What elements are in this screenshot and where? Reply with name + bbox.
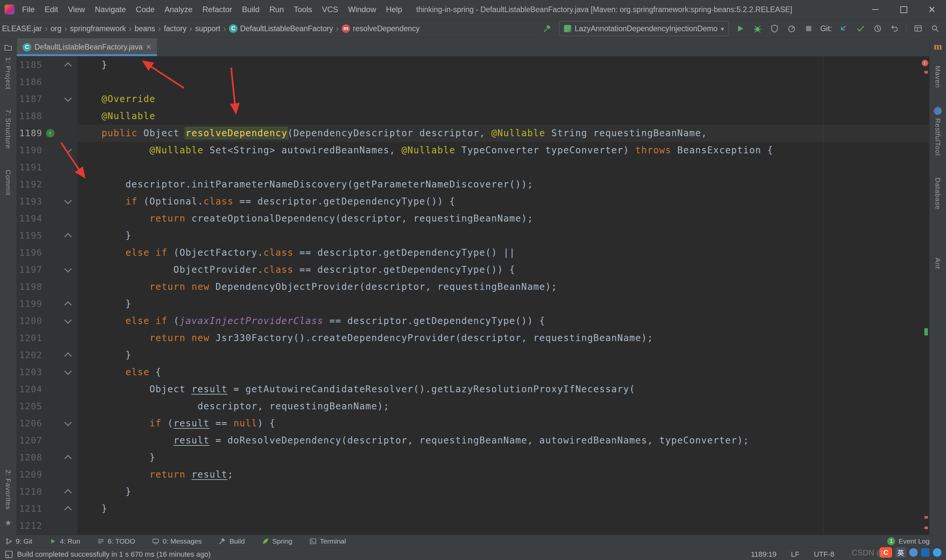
stop-button[interactable] <box>803 23 814 34</box>
close-button[interactable] <box>918 0 946 19</box>
line-number[interactable]: 1190 <box>17 142 42 159</box>
overriding-method-icon[interactable] <box>46 129 54 137</box>
error-stripe-mark[interactable] <box>924 526 928 529</box>
code-line[interactable]: 1196 else if (ObjectFactory.class == des… <box>17 244 929 261</box>
code-line[interactable]: 1190 @Nullable Set<String> autowiredBean… <box>17 142 929 159</box>
menu-analyze[interactable]: Analyze <box>160 0 197 19</box>
fold-marker-icon[interactable] <box>64 317 72 324</box>
caret-position-widget[interactable]: 1189:19 <box>751 550 777 559</box>
toolwindow-button-9-git[interactable]: 9: Git <box>5 537 32 545</box>
toolwindow-button-terminal[interactable]: Terminal <box>310 537 346 545</box>
line-number[interactable]: 1198 <box>17 278 42 295</box>
line-number[interactable]: 1191 <box>17 159 42 176</box>
profiler-button[interactable] <box>786 23 797 34</box>
fold-marker-icon[interactable] <box>64 506 72 514</box>
code-line[interactable]: 1198 return new DependencyObjectProvider… <box>17 278 929 295</box>
line-number[interactable]: 1189 <box>17 125 42 142</box>
menu-code[interactable]: Code <box>131 0 159 19</box>
toolwindow-quick-access-icon[interactable] <box>5 550 13 559</box>
tool-stripe-item-commit[interactable]: Commit <box>4 170 12 195</box>
tool-stripe-item-restfultool[interactable]: RestfulTool <box>934 118 942 156</box>
line-number[interactable]: 1200 <box>17 312 42 329</box>
line-number[interactable]: 1187 <box>17 91 42 108</box>
line-number[interactable]: 1209 <box>17 466 42 483</box>
code-line[interactable]: 1193 if (Optional.class == descriptor.ge… <box>17 193 929 210</box>
line-number[interactable]: 1185 <box>17 57 42 74</box>
tool-stripe-item-ant[interactable]: Ant <box>934 258 942 269</box>
fold-marker-icon[interactable] <box>64 352 72 360</box>
event-log-button[interactable]: 1 Event Log <box>887 537 929 545</box>
fold-marker-icon[interactable] <box>64 95 72 102</box>
menu-window[interactable]: Window <box>343 0 381 19</box>
line-number[interactable]: 1205 <box>17 398 42 415</box>
project-tool-icon[interactable] <box>4 43 12 52</box>
favorites-star-icon[interactable] <box>5 518 12 528</box>
menu-navigate[interactable]: Navigate <box>90 0 131 19</box>
tool-stripe-item-database[interactable]: Database <box>934 178 942 210</box>
breadcrumb-item[interactable]: org <box>51 24 62 33</box>
fold-marker-icon[interactable] <box>64 146 72 153</box>
toolwindow-button-4-run[interactable]: 4: Run <box>49 537 80 545</box>
change-stripe-mark[interactable] <box>924 328 928 335</box>
tool-stripe-item-7-structure[interactable]: 7: Structure <box>4 109 12 149</box>
menu-vcs[interactable]: VCS <box>317 0 343 19</box>
code-line[interactable]: 1208 } <box>17 449 929 466</box>
code-line[interactable]: 1199 } <box>17 295 929 312</box>
code-line[interactable]: 1189 public Object resolveDependency(Dep… <box>17 125 929 142</box>
minimize-button[interactable] <box>861 0 889 19</box>
error-stripe-mark[interactable] <box>924 71 928 74</box>
code-line[interactable]: 1192 descriptor.initParameterNameDiscove… <box>17 176 929 193</box>
menu-tools[interactable]: Tools <box>289 0 317 19</box>
vcs-rollback-icon[interactable] <box>889 23 900 34</box>
code-line[interactable]: 1187 @Override <box>17 91 929 108</box>
build-hammer-icon[interactable] <box>542 23 553 34</box>
breadcrumb-item[interactable]: DefaultListableBeanFactory <box>229 24 333 33</box>
fold-marker-icon[interactable] <box>64 233 72 241</box>
line-number[interactable]: 1186 <box>17 74 42 91</box>
code-line[interactable]: 1205 descriptor, requestingBeanName); <box>17 398 929 415</box>
menu-view[interactable]: View <box>63 0 90 19</box>
breadcrumb-item[interactable]: resolveDependency <box>342 24 419 33</box>
menu-edit[interactable]: Edit <box>40 0 63 19</box>
tool-stripe-item-2-favorites[interactable]: 2: Favorites <box>4 470 12 510</box>
fold-marker-icon[interactable] <box>64 62 72 70</box>
code-line[interactable]: 1191 <box>17 159 929 176</box>
fold-marker-icon[interactable] <box>64 368 72 375</box>
code-line[interactable]: 1203 else { <box>17 364 929 381</box>
line-number[interactable]: 1201 <box>17 329 42 347</box>
toolwindow-button-6-todo[interactable]: 6: TODO <box>97 537 135 545</box>
maximize-button[interactable] <box>889 0 918 19</box>
tool-stripe-item-1-project[interactable]: 1: Project <box>4 57 12 89</box>
line-number[interactable]: 1202 <box>17 347 42 364</box>
line-number[interactable]: 1192 <box>17 176 42 193</box>
breadcrumb-item[interactable]: springframework <box>70 24 126 33</box>
code-line[interactable]: 1209 return result; <box>17 466 929 483</box>
code-line[interactable]: 1212 <box>17 517 929 534</box>
line-number[interactable]: 1194 <box>17 210 42 227</box>
code-line[interactable]: 1194 return createOptionalDependency(des… <box>17 210 929 227</box>
tool-stripe-item-maven[interactable]: Maven <box>934 66 942 88</box>
code-line[interactable]: 1200 else if (javaxInjectProviderClass =… <box>17 312 929 329</box>
breadcrumb-item[interactable]: support <box>195 24 220 33</box>
code-line[interactable]: 1207 result = doResolveDependency(descri… <box>17 432 929 449</box>
code-line[interactable]: 1206 if (result == null) { <box>17 415 929 432</box>
error-stripe-mark[interactable] <box>924 516 928 518</box>
code-line[interactable]: 1195 } <box>17 227 929 244</box>
line-number[interactable]: 1195 <box>17 227 42 244</box>
line-number[interactable]: 1196 <box>17 244 42 261</box>
line-number[interactable]: 1208 <box>17 449 42 466</box>
line-number[interactable]: 1188 <box>17 108 42 125</box>
debug-button[interactable] <box>752 23 763 34</box>
tab-close-icon[interactable] <box>146 43 151 52</box>
line-number[interactable]: 1210 <box>17 483 42 500</box>
line-number[interactable]: 1207 <box>17 432 42 449</box>
fold-marker-icon[interactable] <box>64 455 72 463</box>
line-number[interactable]: 1204 <box>17 381 42 398</box>
run-button[interactable] <box>735 23 746 34</box>
code-line[interactable]: 1188 @Nullable <box>17 108 929 125</box>
fold-marker-icon[interactable] <box>64 265 72 273</box>
vcs-commit-icon[interactable] <box>855 23 866 34</box>
line-separator-widget[interactable]: LF <box>791 550 800 559</box>
code-line[interactable]: 1210 } <box>17 483 929 500</box>
code-line[interactable]: 1186 <box>17 74 929 91</box>
